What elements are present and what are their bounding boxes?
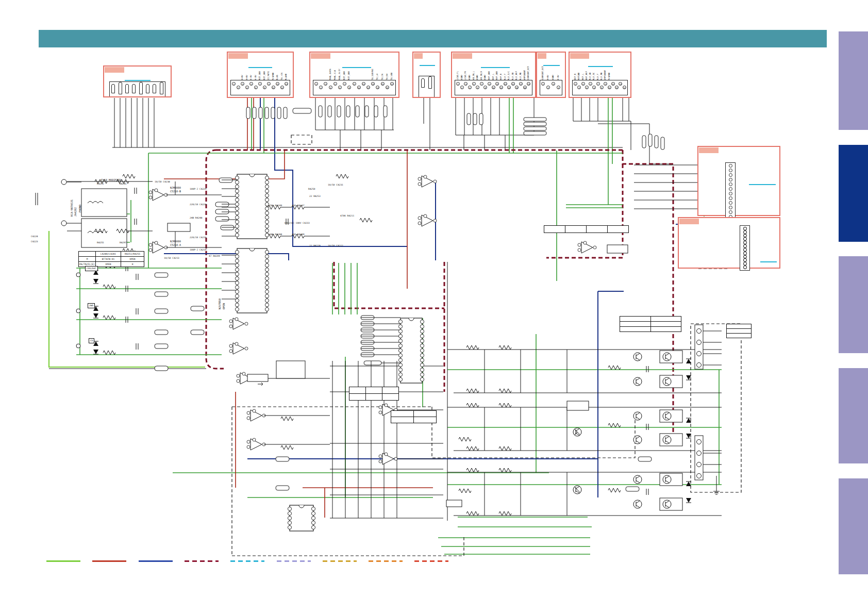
- table-cell: [620, 327, 651, 332]
- ic-state: OPEN: [222, 303, 225, 309]
- legend-line-scarlet-dashed: [414, 560, 448, 562]
- component-ref: R4250: [308, 188, 315, 190]
- jack-stub: [160, 82, 163, 94]
- jack-stub: [139, 82, 143, 94]
- callout-right-upper-conn: [697, 146, 780, 216]
- legend-line-green-solid: [46, 560, 80, 562]
- component-ref: 22 R4229: [309, 244, 321, 247]
- connector-pin: 14TU_LA: [376, 81, 380, 93]
- callout-aux-jack: [412, 52, 441, 98]
- connector-pin: 3A+8V: [241, 81, 245, 93]
- component-ref: R4241: [120, 182, 127, 185]
- callout-tab: [679, 219, 699, 224]
- connector-pin: 11: [362, 81, 366, 93]
- rca-ref-1: RCA-9B7A531: [70, 200, 73, 217]
- control-ic: [398, 318, 424, 383]
- sidebar-page-tab-5[interactable]: [839, 478, 868, 574]
- callout-control-flex: 1234MVOL.DATA5MVOL.CLK6MVOL.M-TF7RET_GND…: [309, 52, 399, 98]
- phono-label: PHONO: [78, 205, 81, 212]
- strip-pin: [743, 234, 747, 238]
- small-ic: [288, 505, 315, 531]
- legend-line-cyan-dashed: [230, 560, 264, 562]
- component-ref: 220/10 C4216: [190, 236, 207, 239]
- connector-pin: 10M/GRND: [608, 81, 611, 93]
- connector-pin: 12: [366, 81, 371, 93]
- callout-label-line: [749, 184, 776, 185]
- connector-pin: 11: [611, 81, 615, 93]
- callout-label-line: [588, 66, 613, 67]
- connector-pin: 4AGND: [468, 81, 472, 93]
- connector-body: 1LCGO_FL2AGND3LCGO_FR4AGND5AO_IN_L6AGND7…: [455, 80, 532, 95]
- strip-pin: [743, 255, 747, 259]
- callout-label-line: [543, 65, 560, 66]
- table-cell: [414, 417, 437, 423]
- table-cell: [391, 411, 414, 417]
- connector-strip: [725, 162, 736, 220]
- table-cell: [727, 334, 752, 338]
- legend-line-lavender-dashed: [277, 560, 311, 562]
- connector-pin: 6RLY_SC: [592, 81, 596, 93]
- strip-pin: [743, 227, 747, 230]
- jack-stub: [132, 84, 136, 93]
- component-ref: 100P-J C4214: [190, 248, 207, 251]
- component-ref: 11K R4247: [292, 204, 305, 207]
- connector-pin: 17TU_VDD: [390, 81, 394, 93]
- callout-label-line: [342, 67, 371, 68]
- callout-power-flex: 123A+8V4A+8V5A-8V6A-8V7RET_GND8RET_GND9Z…: [227, 52, 294, 98]
- sidebar-page-tab-2[interactable]: [839, 145, 868, 242]
- input-label-box: COU/DAT: [85, 266, 98, 271]
- connector-pin: 13: [619, 81, 622, 93]
- connector-pin: 8RLY_MB: [600, 81, 604, 93]
- component-ref: 6N82(B)-100V C4233: [285, 222, 310, 224]
- input-label-box: CD: [89, 338, 94, 343]
- connector-pin: 1CURRENT_DET: [541, 81, 545, 93]
- input-label-box: 2WD: [88, 303, 95, 308]
- connector-pin: 8RET_GND: [347, 81, 352, 93]
- table-center-low: [391, 410, 437, 423]
- table-cell: [651, 322, 681, 327]
- table-output-1: [620, 316, 681, 332]
- strip-pin: [729, 201, 732, 205]
- connector-pin: 2A+8V: [546, 81, 550, 93]
- component-ref: 10/50 C4238: [155, 180, 170, 183]
- schematic-page: FY18 MODIFIED RCA-9B7A531 JA4282 PHONO N…: [0, 0, 868, 614]
- table-cell: OPEN: [96, 262, 121, 267]
- connector-pin: 13TU_SCRPDI: [371, 81, 375, 93]
- sidebar-page-tab-4[interactable]: [839, 368, 868, 463]
- component-ref: 10/50 C4213: [164, 257, 179, 259]
- opamp1-name: NJM8080: [170, 186, 181, 189]
- callout-right-lower-conn: [678, 217, 780, 269]
- connector-pin: 5MVOL.CLK: [333, 81, 338, 93]
- connector-pin: 5AO_IN_L: [472, 81, 476, 93]
- callout-current-det-flex: 1CURRENT_DET2A+8V3AGND4A-8V: [536, 52, 566, 98]
- table-cell: [727, 324, 752, 329]
- jack-stub: [119, 82, 122, 94]
- callout-tab: [699, 147, 719, 153]
- callout-tab: [414, 53, 423, 59]
- output-stage: [447, 325, 722, 516]
- connector-pin: 6A-8V: [254, 81, 258, 93]
- component-ref: 470K R4211: [340, 214, 354, 217]
- legend-line-red-solid: [92, 560, 126, 562]
- table-cell: [349, 394, 366, 401]
- strip-pin: [743, 237, 747, 241]
- table-cell: OPEN: [121, 257, 144, 262]
- table-cell: [414, 411, 437, 417]
- connector-pin: 10HVP_L: [492, 81, 496, 93]
- sidebar-page-tab-3[interactable]: [839, 256, 868, 353]
- connector-pin: 15TU_CK: [381, 81, 385, 93]
- callout-label-line: [760, 261, 777, 262]
- connector-pin: 3LCGO_FR: [464, 81, 468, 93]
- mid-wiring: [49, 165, 740, 521]
- strip-pin: [729, 173, 732, 177]
- connector-pin: 5RLY_GB: [589, 81, 592, 93]
- strip-pin: [743, 248, 747, 252]
- callout-tab: [538, 53, 546, 59]
- component-ref: 138K R4288: [268, 233, 282, 236]
- legend-line-maroon-dashed: [185, 560, 219, 562]
- connector-pin: 7RET_GND: [258, 81, 262, 93]
- sidebar-page-tab-1[interactable]: [839, 31, 868, 130]
- jack-stub: [421, 78, 425, 88]
- table-output-2: [726, 324, 752, 338]
- legend-line-orange-dashed: [369, 560, 403, 562]
